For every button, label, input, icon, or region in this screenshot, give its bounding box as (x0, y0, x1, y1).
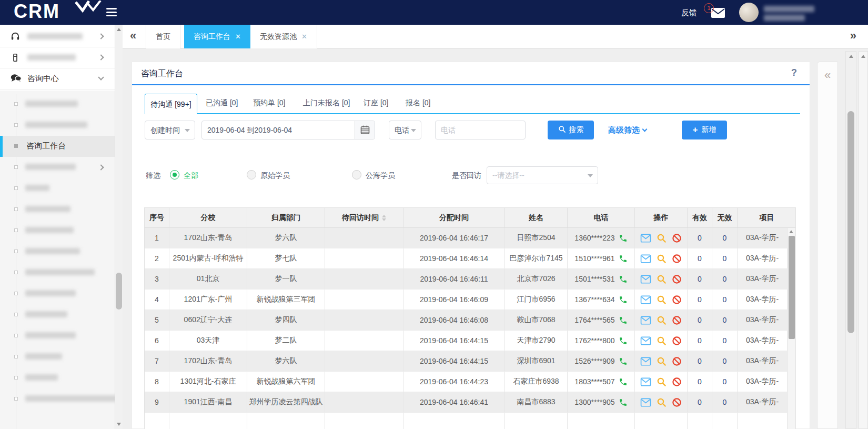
magnifier-op-icon[interactable] (657, 274, 667, 284)
cell-ops[interactable] (635, 228, 688, 248)
cell-ops[interactable] (635, 248, 688, 268)
table-row[interactable]: 41201广东-广州新锐战狼第三军团2019-06-04 16:46:09江门市… (145, 290, 795, 310)
close-icon[interactable]: ✕ (301, 33, 307, 41)
table-row[interactable]: 50602辽宁-大连梦四队2019-06-04 16:46:08鞍山市70681… (145, 310, 795, 331)
call-icon[interactable] (619, 295, 628, 304)
mail-op-icon[interactable] (640, 398, 651, 407)
sidebar-subitem-redacted[interactable] (0, 388, 115, 410)
tab-home[interactable]: 首页 (146, 25, 180, 48)
cell-ops[interactable] (635, 269, 688, 289)
mail-op-icon[interactable] (640, 336, 651, 345)
magnifier-op-icon[interactable] (657, 356, 667, 366)
call-icon[interactable] (619, 336, 628, 345)
table-scrollbar[interactable] (787, 228, 795, 429)
call-icon[interactable] (619, 316, 628, 325)
block-op-icon[interactable] (672, 315, 682, 325)
magnifier-op-icon[interactable] (657, 397, 667, 407)
panel-collapse-icon[interactable]: « (817, 68, 837, 82)
magnifier-op-icon[interactable] (657, 295, 667, 305)
sidebar-subitem-redacted[interactable] (0, 157, 115, 178)
tab-workbench[interactable]: 咨询工作台✕ (184, 25, 251, 48)
help-icon[interactable]: ? (791, 67, 797, 78)
block-op-icon[interactable] (672, 336, 682, 346)
sidebar-subitem-redacted[interactable] (0, 94, 115, 115)
sidebar-scrollbar[interactable] (115, 25, 123, 429)
sidebar-item-consult-center[interactable]: 咨询中心 (0, 68, 115, 89)
table-row[interactable]: 603天津梦二队2019-06-04 16:44:15天津市27901762**… (145, 331, 795, 351)
tab-pending-communication[interactable]: 待沟通 [99+] (145, 94, 197, 114)
radio-original-label[interactable]: 原始学员 (260, 171, 290, 181)
magnifier-op-icon[interactable] (657, 377, 667, 387)
scroll-up-icon[interactable] (861, 55, 865, 58)
cell-ops[interactable] (635, 310, 688, 330)
mail-op-icon[interactable] (640, 295, 651, 304)
radio-original-students[interactable] (247, 170, 256, 179)
advanced-filter-link[interactable]: 高级筛选 (608, 125, 647, 135)
sidebar-subitem-redacted[interactable] (0, 199, 115, 220)
mail-op-icon[interactable] (640, 234, 651, 243)
search-button[interactable]: 搜索 (548, 121, 594, 139)
table-scroll-thumb[interactable] (789, 236, 795, 339)
phone-search-input[interactable]: 电话 (435, 121, 526, 139)
call-icon[interactable] (619, 398, 628, 407)
cell-phone[interactable]: 1510****961 (568, 248, 635, 268)
avatar[interactable] (739, 3, 759, 22)
date-range-input[interactable]: 2019-06-04 到2019-06-04 (201, 121, 375, 139)
cell-ops[interactable] (635, 392, 688, 412)
block-op-icon[interactable] (672, 377, 682, 387)
mail-op-icon[interactable] (640, 357, 651, 366)
cell-ops[interactable] (635, 372, 688, 392)
call-icon[interactable] (619, 234, 628, 243)
cell-phone[interactable]: 1764****565 (568, 310, 635, 330)
feedback-link[interactable]: 反馈 (681, 0, 697, 25)
sidebar-subitem-redacted[interactable] (0, 283, 115, 304)
mail-op-icon[interactable] (640, 316, 651, 325)
radio-public-pool-students[interactable] (352, 170, 361, 179)
block-op-icon[interactable] (672, 356, 682, 366)
tab-communicated[interactable]: 已沟通 [0] (206, 98, 238, 108)
cell-phone[interactable]: 1360****223 (568, 228, 635, 248)
magnifier-op-icon[interactable] (657, 254, 667, 264)
menu-toggle-icon[interactable] (106, 8, 117, 16)
sort-icon[interactable] (382, 215, 386, 221)
call-icon[interactable] (619, 254, 628, 263)
phone-field-select[interactable]: 电话 (389, 121, 421, 139)
mail-op-icon[interactable] (640, 254, 651, 263)
cell-ops[interactable] (635, 331, 688, 351)
sidebar-subitem-redacted[interactable] (0, 241, 115, 262)
tab-registered[interactable]: 报名 [0] (406, 98, 430, 108)
radio-all-label[interactable]: 全部 (184, 171, 198, 181)
cell-ops[interactable] (635, 290, 688, 310)
scroll-up-icon[interactable] (789, 230, 793, 233)
call-icon[interactable] (619, 357, 628, 366)
tab-appointment[interactable]: 预约单 [0] (253, 98, 285, 108)
cell-phone[interactable]: 1367****634 (568, 290, 635, 310)
table-row[interactable]: 22501内蒙古-呼和浩特梦七队2019-06-04 16:46:14巴彦淖尔市… (145, 248, 795, 269)
content-scroll-thumb[interactable] (847, 111, 854, 333)
radio-public-label[interactable]: 公海学员 (366, 171, 395, 181)
radio-all[interactable] (170, 170, 179, 179)
sidebar-subitem-redacted[interactable] (0, 304, 115, 325)
username-redacted[interactable] (764, 6, 814, 21)
scroll-up-icon[interactable] (117, 28, 121, 31)
magnifier-op-icon[interactable] (657, 336, 667, 346)
sidebar-item-redacted-2[interactable] (0, 47, 115, 68)
block-op-icon[interactable] (672, 233, 682, 243)
table-header-col-callback-time[interactable]: 待回访时间 (325, 208, 403, 227)
sidebar-subitem-redacted[interactable] (0, 325, 115, 346)
magnifier-op-icon[interactable] (657, 233, 667, 243)
sidebar-subitem-redacted[interactable] (0, 115, 115, 136)
tabs-scroll-left-icon[interactable]: « (130, 29, 136, 43)
sidebar-subitem-redacted[interactable] (0, 220, 115, 241)
add-button[interactable]: +新增 (682, 121, 727, 139)
block-op-icon[interactable] (672, 295, 682, 305)
block-op-icon[interactable] (672, 254, 682, 264)
revisit-select[interactable]: --请选择-- (487, 166, 598, 184)
time-field-select[interactable]: 创建时间 (145, 121, 195, 139)
sidebar-subitem-redacted[interactable] (0, 346, 115, 367)
sidebar-scroll-thumb[interactable] (116, 273, 122, 310)
cell-phone[interactable]: 1526****909 (568, 351, 635, 371)
mail-op-icon[interactable] (640, 377, 651, 386)
sidebar-subitem-redacted[interactable] (0, 178, 115, 199)
table-row[interactable]: 11702山东-青岛梦六队2019-06-04 16:46:17日照市25041… (145, 228, 795, 248)
